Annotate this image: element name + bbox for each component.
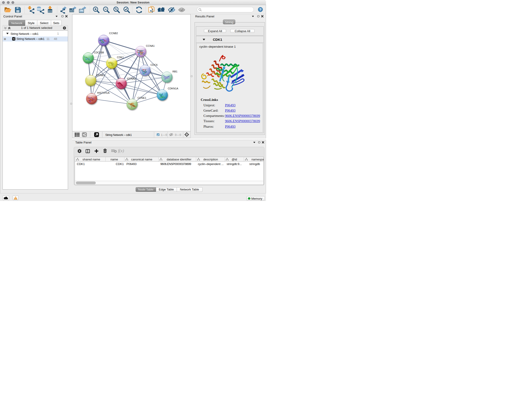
svg-text:CDK1: CDK1 [117,56,124,59]
svg-text:CCNA2: CCNA2 [127,77,136,80]
svg-text:CDKN1A: CDKN1A [168,87,178,90]
svg-text:CDC6: CDC6 [151,64,158,66]
svg-text:CCNB1: CCNB1 [96,74,105,77]
svg-text:CCNB2: CCNB2 [109,32,118,35]
svg-text:RB1: RB1 [172,70,177,73]
svg-text:CCNE1: CCNE1 [138,96,146,99]
svg-text:HIST1H1A: HIST1H1A [97,91,109,94]
svg-text:CDC25B: CDC25B [94,51,104,54]
svg-text:CCNA1: CCNA1 [146,45,155,47]
